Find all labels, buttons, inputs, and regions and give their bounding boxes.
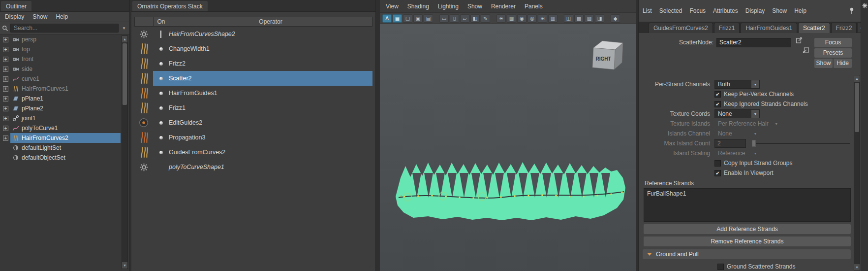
outliner-item[interactable]: +curve1 xyxy=(0,74,129,84)
per-strand-channels-dropdown[interactable]: Both▼ xyxy=(714,80,760,89)
tab-scatter2[interactable]: Scatter2 xyxy=(798,23,830,33)
menu-list[interactable]: List xyxy=(643,7,652,14)
tab-guidesfromcurves2[interactable]: GuidesFromCurves2 xyxy=(649,23,713,33)
motion-blur-icon[interactable]: ◎ xyxy=(527,14,537,23)
reference-strands-list[interactable]: FurBallShape1 xyxy=(644,188,851,222)
star-icon[interactable] xyxy=(861,3,868,8)
shaded-icon[interactable]: ▣ xyxy=(413,14,423,23)
operator-on-toggle[interactable] xyxy=(153,151,169,154)
operator-row[interactable]: HairFromGuides1 xyxy=(134,86,372,101)
menu-display[interactable]: Display xyxy=(745,7,765,14)
expander-icon[interactable]: + xyxy=(3,76,8,82)
outliner-item[interactable]: +defaultObjectSet xyxy=(0,153,129,163)
node-name-field[interactable]: Scatter2 xyxy=(716,38,791,47)
expander-icon[interactable]: + xyxy=(3,116,8,121)
remove-reference-strands-button[interactable]: Remove Reference Strands xyxy=(644,237,851,246)
list-item[interactable]: FurBallShape1 xyxy=(647,190,847,198)
expander-icon[interactable]: + xyxy=(3,126,8,131)
outliner-item[interactable]: +HairFromCurves1 xyxy=(0,84,129,94)
search-filter-icon[interactable] xyxy=(2,25,8,32)
scroll-down-icon[interactable]: ▼ xyxy=(854,264,860,271)
outliner-item[interactable]: +top xyxy=(0,44,129,54)
operator-on-toggle[interactable] xyxy=(153,92,169,95)
menu-lighting[interactable]: Lighting xyxy=(438,3,459,10)
outliner-item[interactable]: +pPlane2 xyxy=(0,103,129,113)
outliner-item[interactable]: +joint1 xyxy=(0,113,129,123)
show-button[interactable]: Show xyxy=(814,59,833,68)
menu-panels[interactable]: Panels xyxy=(525,3,543,10)
operator-row[interactable]: polyToCurveShape1 xyxy=(134,160,372,174)
operator-row[interactable]: ChangeWidth1 xyxy=(134,41,372,56)
keep-per-vertex-channels-checkbox[interactable] xyxy=(714,91,721,98)
max-island-count-slider-handle[interactable] xyxy=(752,140,756,147)
operator-on-toggle[interactable] xyxy=(153,47,169,51)
camera-attributes-icon[interactable]: ▭ xyxy=(439,14,449,23)
operator-row[interactable]: HairFromCurvesShape2 xyxy=(134,27,372,41)
search-options-chevron-icon[interactable]: ▾ xyxy=(121,26,127,31)
operator-on-toggle[interactable] xyxy=(153,121,169,125)
ground-scattered-strands-checkbox[interactable] xyxy=(717,264,724,270)
viewport-renderer-icon[interactable]: ◆ xyxy=(611,14,620,23)
menu-shading[interactable]: Shading xyxy=(407,3,429,10)
expander-icon[interactable]: + xyxy=(3,67,8,72)
menu-help[interactable]: Help xyxy=(794,7,806,14)
outliner-item[interactable]: +polyToCurve1 xyxy=(0,123,129,133)
keep-ignored-strands-channels-checkbox[interactable] xyxy=(714,101,721,107)
island-scaling-dropdown[interactable]: Reference▼ xyxy=(714,149,760,158)
expander-icon[interactable]: + xyxy=(3,47,8,52)
expander-icon[interactable]: + xyxy=(3,37,8,42)
scroll-thumb[interactable] xyxy=(123,43,127,105)
view-cube[interactable]: RIGHT xyxy=(592,41,623,69)
operator-on-toggle[interactable] xyxy=(153,136,169,139)
isolate-select-icon[interactable]: ◫ xyxy=(564,14,573,23)
menu-show[interactable]: Show xyxy=(772,7,787,14)
operator-row[interactable]: Propagation3 xyxy=(134,130,372,145)
multisample-icon[interactable]: ⊞ xyxy=(538,14,547,23)
max-island-count-slider-track[interactable] xyxy=(756,143,850,144)
menu-display[interactable]: Display xyxy=(5,13,24,20)
outliner-item[interactable]: +defaultLightSet xyxy=(0,143,129,153)
use-all-lights-icon[interactable]: ☀ xyxy=(496,14,506,23)
expander-icon[interactable]: + xyxy=(3,96,8,102)
resolution-gate-icon[interactable]: ▧ xyxy=(585,14,594,23)
operator-row[interactable]: Scatter2 xyxy=(134,71,372,86)
attribute-editor-scrollbar[interactable]: ▲ ▼ xyxy=(854,75,860,271)
outliner-item[interactable]: +front xyxy=(0,54,129,64)
shadows-icon[interactable]: ▨ xyxy=(507,14,516,23)
sequence-time-icon[interactable]: ▥ xyxy=(548,14,558,23)
ground-and-pull-section-header[interactable]: Ground and Pull xyxy=(643,249,851,259)
operator-row[interactable]: Frizz2 xyxy=(134,56,372,71)
enable-in-viewport-checkbox[interactable] xyxy=(714,170,721,176)
operator-row[interactable]: GuidesFromCurves2 xyxy=(134,145,372,160)
outliner-scrollbar[interactable]: ▲ ▼ xyxy=(122,35,128,269)
operator-on-toggle[interactable] xyxy=(153,106,169,110)
pin-node-icon[interactable] xyxy=(795,36,804,44)
tab-frizz1[interactable]: Frizz1 xyxy=(714,23,740,33)
islands-channel-dropdown[interactable]: None▼ xyxy=(714,129,760,138)
two-d-pan-zoom-icon[interactable]: ◧ xyxy=(470,14,480,23)
scroll-up-icon[interactable]: ▲ xyxy=(122,36,127,42)
operator-on-toggle[interactable] xyxy=(153,62,169,66)
operator-row[interactable]: Frizz1 xyxy=(134,101,372,115)
menu-focus[interactable]: Focus xyxy=(689,7,706,14)
operator-on-toggle[interactable] xyxy=(153,77,169,80)
copy-input-strand-groups-checkbox[interactable] xyxy=(714,160,721,167)
grease-pencil-icon[interactable]: ✎ xyxy=(481,14,490,23)
textured-shaded-icon[interactable]: ▤ xyxy=(424,14,433,23)
max-island-count-field[interactable]: 2 xyxy=(714,139,746,148)
operator-on-toggle[interactable] xyxy=(153,31,169,38)
search-input[interactable]: Search... xyxy=(10,24,119,33)
outliner-item[interactable]: +pPlane1 xyxy=(0,94,129,103)
menu-show[interactable]: Show xyxy=(467,3,482,10)
menu-selected[interactable]: Selected xyxy=(659,7,682,14)
wireframe-icon[interactable]: ▢ xyxy=(403,14,412,23)
presets-button[interactable]: Presets xyxy=(814,48,852,58)
texture-islands-dropdown[interactable]: Per Reference Hair▼ xyxy=(714,119,781,128)
menu-show[interactable]: Show xyxy=(32,13,47,20)
select-highlight-icon[interactable]: A xyxy=(382,14,392,23)
fur-object[interactable] xyxy=(396,162,625,220)
pin-icon[interactable] xyxy=(849,7,855,14)
bookmarks-icon[interactable]: ▯ xyxy=(450,14,459,23)
expander-icon[interactable]: + xyxy=(3,86,8,92)
tab-hairfromguides1[interactable]: HairFromGuides1 xyxy=(741,23,797,33)
